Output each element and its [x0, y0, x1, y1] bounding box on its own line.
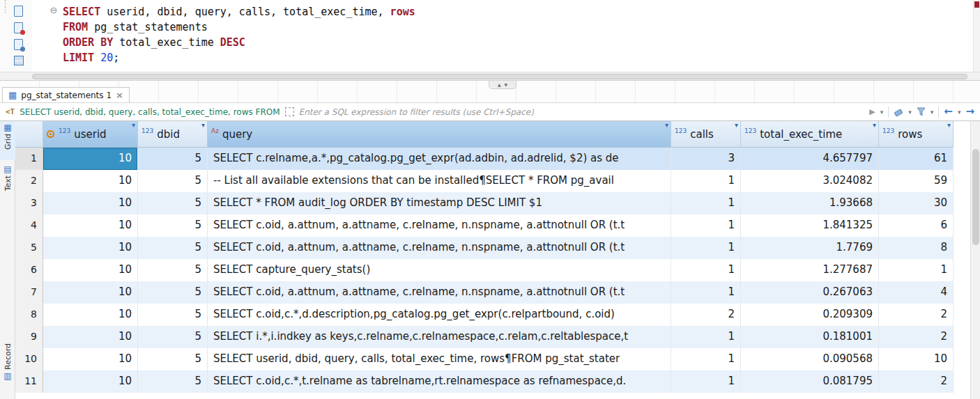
cell-userid[interactable]: 10: [43, 192, 138, 214]
cell-calls[interactable]: 1: [671, 214, 741, 237]
cell-query[interactable]: SELECT i.*,i.indkey as keys,c.relname,c.…: [208, 326, 671, 348]
cell-calls[interactable]: 1: [671, 259, 741, 281]
row-number-cell[interactable]: 3: [15, 192, 43, 214]
erase-filter-caret-icon[interactable]: ▾: [908, 109, 912, 116]
scrollbar-thumb[interactable]: [972, 149, 979, 245]
cell-query[interactable]: SELECT userid, dbid, query, calls, total…: [208, 348, 671, 370]
cell-dbid[interactable]: 5: [138, 259, 208, 281]
column-header-query[interactable]: Az query ▾: [208, 121, 671, 147]
sort-caret-icon[interactable]: ▾: [201, 122, 205, 129]
cell-userid[interactable]: 10: [43, 148, 138, 170]
row-number-cell[interactable]: 7: [15, 281, 43, 304]
editor-horizontal-scrollbar[interactable]: [0, 72, 980, 81]
cell-total-exec-time[interactable]: 1.7769: [741, 237, 879, 259]
cell-dbid[interactable]: 5: [138, 326, 208, 348]
cell-dbid[interactable]: 5: [138, 304, 208, 326]
splitter-up-icon[interactable]: ▲: [498, 82, 501, 87]
cell-dbid[interactable]: 5: [138, 214, 208, 237]
back-caret-icon[interactable]: ▾: [958, 109, 961, 116]
close-icon[interactable]: ×: [116, 90, 123, 100]
cell-userid[interactable]: 10: [43, 348, 138, 370]
sql-script-output-icon[interactable]: [14, 39, 23, 50]
cell-rows[interactable]: 6: [879, 214, 954, 237]
cell-dbid[interactable]: 5: [138, 281, 208, 304]
cell-total-exec-time[interactable]: 3.024082: [741, 170, 879, 192]
cell-dbid[interactable]: 5: [138, 170, 208, 192]
cell-calls[interactable]: 1: [671, 370, 741, 393]
result-filter-bar[interactable]: <T SELECT userid, dbid, query, calls, to…: [0, 103, 980, 121]
sort-caret-icon[interactable]: ▾: [735, 122, 738, 129]
cell-calls[interactable]: 1: [671, 281, 741, 304]
row-number-cell[interactable]: 8: [15, 304, 43, 326]
erase-filter-icon[interactable]: [894, 107, 903, 117]
cell-total-exec-time[interactable]: 1.93668: [741, 192, 879, 214]
cell-query[interactable]: SELECT c.oid, a.attnum, a.attname, c.rel…: [208, 214, 671, 237]
sql-editor[interactable]: ⊖ SELECT userid, dbid, query, calls, tot…: [32, 0, 973, 72]
row-number-cell[interactable]: 11: [15, 370, 43, 393]
cell-userid[interactable]: 10: [43, 237, 138, 259]
cell-query[interactable]: -- List all available extensions that ca…: [208, 170, 671, 192]
cell-query[interactable]: SELECT c.oid,c.*,d.description,pg_catalo…: [208, 304, 671, 326]
row-number-cell[interactable]: 10: [15, 348, 43, 370]
record-mode-toggle[interactable]: Record ▥: [0, 341, 15, 397]
apply-filter-button[interactable]: ▶: [869, 107, 875, 116]
cell-rows[interactable]: 1: [879, 259, 954, 281]
cell-calls[interactable]: 1: [671, 348, 741, 370]
cell-userid[interactable]: 10: [43, 304, 138, 326]
cell-query[interactable]: SELECT capture_query_stats(): [208, 259, 671, 281]
cell-query[interactable]: SELECT c.oid, a.attnum, a.attname, c.rel…: [208, 281, 671, 304]
cell-dbid[interactable]: 5: [138, 237, 208, 259]
cell-rows[interactable]: 8: [879, 237, 954, 259]
editor-results-splitter[interactable]: ▲ ▼: [489, 81, 516, 89]
cell-rows[interactable]: 30: [879, 192, 954, 214]
column-header-rows[interactable]: 123 rows ▾: [879, 121, 954, 147]
cell-calls[interactable]: 3: [671, 148, 741, 170]
text-view-tab[interactable]: ▤ Text: [0, 163, 15, 199]
cell-dbid[interactable]: 5: [138, 370, 208, 393]
cell-userid[interactable]: 10: [43, 326, 138, 348]
column-header-calls[interactable]: 123 calls ▾: [671, 121, 741, 147]
layout-panel-icon[interactable]: [14, 56, 24, 65]
sort-caret-icon[interactable]: ▾: [947, 122, 951, 129]
cell-total-exec-time[interactable]: 0.267063: [741, 281, 879, 304]
cell-query[interactable]: SELECT * FROM audit_log ORDER BY timesta…: [208, 192, 671, 214]
cell-total-exec-time[interactable]: 0.209309: [741, 304, 879, 326]
row-number-cell[interactable]: 6: [15, 259, 43, 281]
cell-total-exec-time[interactable]: 0.090568: [741, 348, 879, 370]
sql-script-modified-icon[interactable]: [14, 22, 23, 33]
back-arrow-button[interactable]: ←: [944, 107, 953, 117]
cell-total-exec-time[interactable]: 0.081795: [741, 370, 879, 393]
cell-rows[interactable]: 2: [879, 304, 954, 326]
filter-sql-text[interactable]: SELECT userid, dbid, query, calls, total…: [20, 107, 280, 117]
cell-userid[interactable]: 10: [43, 170, 138, 192]
cell-userid[interactable]: 10: [43, 259, 138, 281]
cell-rows[interactable]: 4: [879, 281, 954, 304]
cell-dbid[interactable]: 5: [138, 192, 208, 214]
editor-vertical-scrollbar[interactable]: [973, 0, 980, 72]
cell-calls[interactable]: 1: [671, 170, 741, 192]
cell-total-exec-time[interactable]: 1.277687: [741, 259, 879, 281]
column-header-total-exec-time[interactable]: 123 total_exec_time ▾: [741, 121, 879, 147]
cell-rows[interactable]: 2: [879, 326, 954, 348]
cell-query[interactable]: SELECT c.relname,a.*,pg_catalog.pg_get_e…: [208, 148, 671, 170]
row-number-cell[interactable]: 1: [15, 148, 43, 170]
cell-total-exec-time[interactable]: 4.657797: [741, 148, 879, 170]
splitter-down-icon[interactable]: ▼: [505, 82, 508, 87]
cell-total-exec-time[interactable]: 1.841325: [741, 214, 879, 237]
expand-filter-icon[interactable]: [285, 107, 294, 116]
forward-arrow-button[interactable]: →: [965, 107, 974, 117]
cell-query[interactable]: SELECT c.oid, a.attnum, a.attname, c.rel…: [208, 237, 671, 259]
grid-view-tab[interactable]: ▦ Grid: [0, 121, 15, 160]
filter-menu-caret-icon[interactable]: ▾: [931, 109, 934, 116]
scrollbar-thumb[interactable]: [32, 74, 967, 79]
cell-calls[interactable]: 1: [671, 326, 741, 348]
sort-caret-icon[interactable]: ▾: [665, 122, 668, 129]
code-fold-icon[interactable]: ⊖: [49, 6, 59, 15]
filter-funnel-icon[interactable]: [917, 107, 926, 116]
apply-filter-caret-icon[interactable]: ▾: [880, 109, 884, 116]
row-number-cell[interactable]: 9: [15, 326, 43, 348]
row-number-cell[interactable]: 2: [15, 170, 43, 192]
cell-userid[interactable]: 10: [43, 281, 138, 304]
grid-vertical-scrollbar[interactable]: [970, 121, 980, 399]
cell-dbid[interactable]: 5: [138, 348, 208, 370]
